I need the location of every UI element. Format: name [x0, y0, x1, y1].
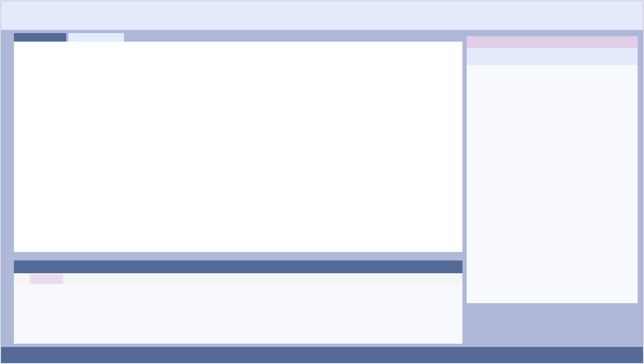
side-panel-subheader	[467, 48, 638, 65]
header-bar	[1, 1, 643, 30]
tab-1[interactable]	[14, 33, 66, 42]
side-panel-body	[467, 65, 638, 303]
tab-bar	[14, 33, 462, 42]
footer-bar	[1, 347, 643, 363]
lower-panel-header	[14, 260, 462, 273]
tab-2[interactable]	[68, 33, 124, 42]
body-inner	[1, 30, 643, 347]
side-panel-header	[467, 36, 638, 48]
main-panel	[14, 42, 462, 252]
lower-panel	[14, 260, 462, 344]
left-column	[14, 33, 462, 344]
side-panel	[467, 36, 638, 303]
lower-panel-subheader	[14, 273, 462, 285]
body	[1, 30, 643, 363]
filter-chip[interactable]	[30, 274, 63, 284]
lower-panel-body	[14, 285, 462, 344]
app-frame	[1, 1, 643, 363]
